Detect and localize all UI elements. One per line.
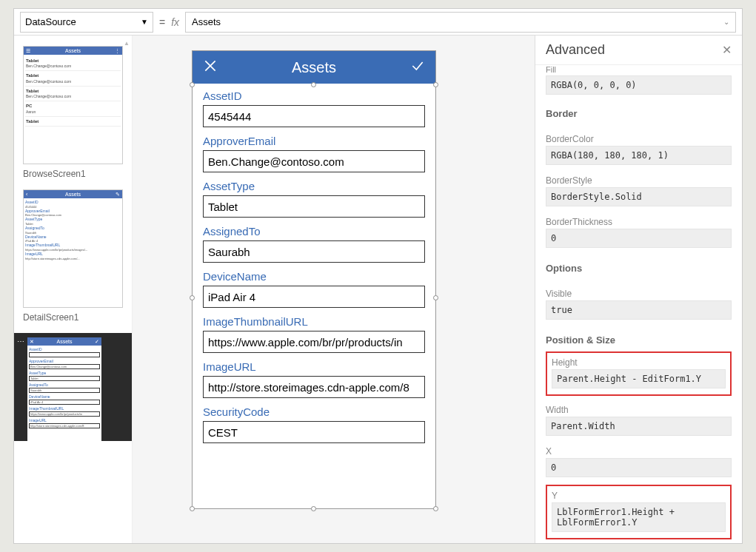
- more-icon[interactable]: ⋯: [17, 337, 24, 346]
- property-value-y[interactable]: LblFormError1.Height + LblFormError1.Y: [552, 502, 726, 532]
- fx-icon: fx: [171, 16, 179, 28]
- field-input[interactable]: Tablet: [203, 195, 425, 218]
- main-area: ▲ ☰ Assets ⋮ TabletBen.Change@contoso.co…: [14, 36, 742, 543]
- property-value-fill[interactable]: RGBA(0, 0, 0, 0): [546, 75, 732, 95]
- section-options: Options: [546, 263, 732, 274]
- form-field: AssetID4545444: [203, 90, 425, 127]
- property-value-x[interactable]: 0: [546, 458, 732, 477]
- form-field: ApproverEmailBen.Change@contoso.com: [203, 135, 425, 172]
- property-label: Visible: [546, 289, 732, 299]
- property-value-borderstyle[interactable]: BorderStyle.Solid: [546, 187, 732, 206]
- property-label: BorderColor: [546, 134, 732, 144]
- screen-title: Assets: [292, 59, 336, 76]
- screen-thumbnail-edit-selected[interactable]: ⋯ ✕ Assets ✓ AssetIDApproverEmailBen.Cha…: [14, 333, 132, 441]
- field-input[interactable]: Ben.Change@contoso.com: [203, 150, 425, 172]
- screen-header: Assets: [193, 51, 435, 84]
- edit-form[interactable]: AssetID4545444ApproverEmailBen.Change@co…: [193, 84, 435, 457]
- field-input[interactable]: https://www.apple.com/br/pr/products/in: [203, 331, 425, 353]
- form-field: SecurityCodeCEST: [203, 405, 425, 443]
- property-label: BorderThickness: [546, 217, 732, 227]
- field-label: ApproverEmail: [203, 135, 425, 147]
- highlighted-y-property: Y LblFormError1.Height + LblFormError1.Y: [546, 485, 732, 539]
- formula-text: Assets: [192, 16, 221, 27]
- section-border: Border: [546, 108, 732, 119]
- property-value-visible[interactable]: true: [546, 300, 732, 320]
- property-value-bordercolor[interactable]: RGBA(180, 180, 180, 1): [546, 146, 732, 165]
- field-input[interactable]: Saurabh: [203, 240, 425, 263]
- property-selector[interactable]: DataSource ▼: [20, 12, 153, 33]
- formula-bar: DataSource ▼ = fx Assets ⌄: [14, 9, 742, 36]
- property-label-fill: Fill: [546, 65, 732, 74]
- property-label: Height: [552, 357, 726, 368]
- equals-sign: =: [159, 16, 165, 28]
- property-value-height[interactable]: Parent.Height - EditForm1.Y: [552, 369, 726, 388]
- form-field: DeviceNameiPad Air 4: [203, 270, 425, 308]
- field-label: AssetID: [203, 90, 425, 102]
- property-value-width[interactable]: Parent.Width: [546, 417, 732, 436]
- field-label: AssignedTo: [203, 225, 425, 238]
- field-label: ImageURL: [203, 360, 425, 373]
- highlighted-height-property: Height Parent.Height - EditForm1.Y: [546, 351, 732, 396]
- field-label: DeviceName: [203, 270, 425, 283]
- form-field: ImageThumbnailURLhttps://www.apple.com/b…: [203, 315, 425, 353]
- section-position: Position & Size: [546, 334, 732, 346]
- property-label: X: [546, 446, 732, 457]
- form-field: ImageURLhttp://store.storeimages.cdn-app…: [203, 360, 425, 398]
- property-label: BorderStyle: [546, 175, 732, 186]
- cancel-icon[interactable]: [203, 58, 218, 77]
- screens-panel: ▲ ☰ Assets ⋮ TabletBen.Change@contoso.co…: [14, 36, 133, 543]
- property-label: Y: [552, 491, 726, 501]
- thumbnail-label: DetailScreen1: [23, 312, 123, 323]
- chevron-down-icon: ⌄: [723, 18, 729, 26]
- submit-icon[interactable]: [410, 58, 425, 77]
- form-field: AssignedToSaurabh: [203, 225, 425, 263]
- field-input[interactable]: CEST: [203, 421, 425, 443]
- panel-title: Advanced: [546, 42, 605, 58]
- field-input[interactable]: iPad Air 4: [203, 286, 425, 308]
- screen-thumbnail-browse[interactable]: ☰ Assets ⋮ TabletBen.Change@contoso.comT…: [23, 46, 123, 179]
- field-label: ImageThumbnailURL: [203, 315, 425, 328]
- close-icon[interactable]: ✕: [722, 43, 732, 57]
- field-label: SecurityCode: [203, 405, 425, 418]
- formula-input[interactable]: Assets ⌄: [185, 12, 736, 33]
- properties-panel: Advanced ✕ Fill RGBA(0, 0, 0, 0) Border …: [535, 36, 742, 543]
- scroll-up-icon[interactable]: ▲: [123, 40, 130, 62]
- field-input[interactable]: 4545444: [203, 105, 425, 127]
- screen-thumbnail-detail[interactable]: ‹ Assets ✎ AssetID4545444ApproverEmailBe…: [23, 189, 123, 323]
- canvas[interactable]: Assets AssetID4545444ApproverEmailBen.Ch…: [133, 36, 535, 543]
- form-field: AssetTypeTablet: [203, 180, 425, 218]
- edit-screen-preview[interactable]: Assets AssetID4545444ApproverEmailBen.Ch…: [192, 50, 436, 509]
- property-label: Width: [546, 405, 732, 415]
- app-window: DataSource ▼ = fx Assets ⌄ ▲ ☰ Assets ⋮ …: [13, 8, 743, 544]
- property-value-borderthickness[interactable]: 0: [546, 229, 732, 248]
- thumbnail-label: BrowseScreen1: [23, 169, 123, 179]
- field-label: AssetType: [203, 180, 425, 192]
- chevron-down-icon: ▼: [141, 18, 148, 26]
- field-input[interactable]: http://store.storeimages.cdn-apple.com/8: [203, 376, 425, 398]
- property-selector-value: DataSource: [25, 16, 76, 27]
